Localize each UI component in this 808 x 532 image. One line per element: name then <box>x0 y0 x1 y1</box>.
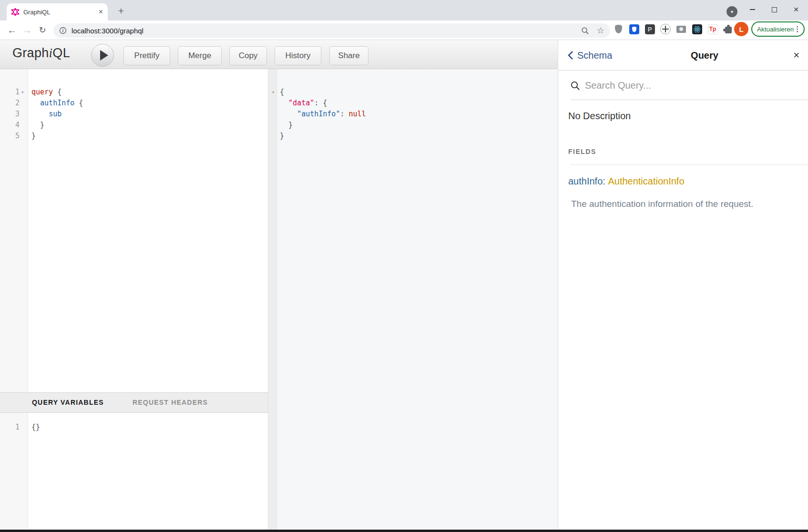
puzzle-icon <box>725 27 732 33</box>
tab-title: GraphiQL <box>23 9 99 16</box>
taskbar-edge <box>0 530 808 532</box>
url-text[interactable]: localhost:3000/graphql <box>72 27 581 35</box>
graphiql-logo: GraphiQL <box>12 46 70 61</box>
code-line[interactable]: 2 authInfo { <box>0 98 268 109</box>
variables-section-bar: QUERY VARIABLES REQUEST HEADERS <box>0 392 268 413</box>
prettify-button[interactable]: Prettify <box>123 46 170 65</box>
docs-explorer-panel: Schema Query × No Description FIELDS aut… <box>558 40 808 530</box>
search-divider <box>571 100 808 100</box>
forward-button[interactable]: → <box>20 23 34 37</box>
field-colon: : <box>603 176 608 187</box>
address-bar[interactable]: localhost:3000/graphql ☆ <box>53 23 610 38</box>
search-icon <box>571 81 580 91</box>
chevron-left-icon <box>568 51 573 60</box>
fold-arrow-icon[interactable]: ▾ <box>270 87 276 98</box>
tp-extension-icon[interactable]: Tp <box>707 23 718 35</box>
line-number: 2 <box>0 98 28 109</box>
menu-kebab-icon[interactable]: ⋮ <box>794 25 801 33</box>
docs-field-description: The authentication information of the re… <box>571 197 753 211</box>
site-info-icon[interactable] <box>59 27 67 34</box>
crosshair-icon <box>660 24 671 34</box>
fold-spacer <box>21 120 28 131</box>
code-line[interactable]: 1{} <box>0 422 268 433</box>
docs-title: Query <box>601 40 808 71</box>
query-editor[interactable]: 1▾query {2 authInfo {3 sub4 }5} <box>0 69 268 392</box>
docs-fields-label: FIELDS <box>568 146 596 157</box>
update-button-label: Aktualisieren <box>757 26 794 33</box>
code-line[interactable]: 4 } <box>0 120 268 131</box>
result-viewer: { "data": { "authInfo": null }} <box>277 69 558 530</box>
code-line: "authInfo": null <box>277 109 558 120</box>
fold-spacer <box>21 109 28 120</box>
docs-close-button[interactable]: × <box>793 40 799 71</box>
line-number: 1 <box>0 422 28 433</box>
tp-letters-icon: Tp <box>708 24 718 34</box>
bitwarden-extension-icon[interactable] <box>629 23 639 35</box>
maximize-icon <box>772 7 777 12</box>
merge-button[interactable]: Merge <box>178 46 222 65</box>
fields-divider <box>571 164 808 165</box>
screenshot-camera-extension-icon[interactable] <box>676 23 686 35</box>
fold-arrow-icon[interactable]: ▾ <box>21 87 28 98</box>
code-line: } <box>277 120 558 131</box>
code-line: } <box>277 131 558 142</box>
line-number: 3 <box>0 109 28 120</box>
window-close-button[interactable]: × <box>786 0 807 19</box>
tab-request-headers[interactable]: REQUEST HEADERS <box>133 393 208 412</box>
atom-icon <box>692 24 702 34</box>
react-devtools-extension-icon[interactable] <box>692 23 702 35</box>
new-tab-button[interactable]: + <box>114 4 128 18</box>
tab-query-variables[interactable]: QUERY VARIABLES <box>32 393 104 412</box>
copy-button[interactable]: Copy <box>229 46 267 65</box>
docs-search-input[interactable] <box>584 71 796 101</box>
bookmark-star-icon[interactable]: ☆ <box>597 25 604 36</box>
code-line: "data": { <box>277 98 558 109</box>
browser-tab-strip: GraphiQL × + ▾ × <box>0 0 808 20</box>
close-icon: × <box>793 4 798 15</box>
camera-icon <box>676 26 686 33</box>
zoom-icon[interactable] <box>581 27 589 35</box>
pane-resize-handle[interactable] <box>268 69 277 530</box>
window-minimize-button[interactable] <box>742 0 763 19</box>
field-name-link[interactable]: authInfo <box>568 176 603 187</box>
fold-spacer <box>21 422 28 433</box>
tab-search-button[interactable]: ▾ <box>726 6 737 17</box>
field-type-link[interactable]: AuthenticationInfo <box>608 176 684 187</box>
reload-button[interactable]: ↻ <box>35 23 50 37</box>
line-number: 1▾ <box>0 87 28 98</box>
line-number: 5 <box>0 131 28 142</box>
p-letter-icon: P <box>645 24 655 34</box>
close-icon: × <box>793 49 799 61</box>
docs-field-row: authInfo: AuthenticationInfo <box>568 174 685 188</box>
fold-spacer <box>21 98 28 109</box>
history-button[interactable]: History <box>275 46 321 65</box>
docs-no-description: No Description <box>568 109 631 123</box>
extensions-puzzle-icon[interactable] <box>723 23 734 35</box>
code-line[interactable]: 3 sub <box>0 109 268 120</box>
code-line[interactable]: 1▾query { <box>0 87 268 98</box>
extensions-row: P Tp <box>613 22 734 36</box>
browser-update-button[interactable]: Aktualisieren ⋮ <box>751 21 805 37</box>
execute-query-button[interactable] <box>91 44 114 67</box>
tab-close-icon[interactable]: × <box>99 8 103 16</box>
adblock-shield-extension-icon[interactable] <box>613 23 624 35</box>
window-maximize-button[interactable] <box>764 0 785 19</box>
back-button[interactable]: ← <box>5 23 19 37</box>
shield-icon <box>615 25 622 33</box>
share-button[interactable]: Share <box>329 46 368 65</box>
p-extension-icon[interactable]: P <box>644 23 655 35</box>
browser-tab-active[interactable]: GraphiQL × <box>7 3 108 20</box>
chevron-down-icon: ▾ <box>731 9 733 14</box>
code-line: { <box>277 87 558 98</box>
crosshair-extension-icon[interactable] <box>660 23 671 35</box>
code-line[interactable]: 5} <box>0 131 268 142</box>
profile-avatar[interactable]: L <box>734 22 748 36</box>
variables-editor[interactable]: 1{} <box>0 413 268 530</box>
minimize-icon <box>750 9 755 10</box>
graphql-favicon-icon <box>11 8 19 16</box>
line-number: 4 <box>0 120 28 131</box>
fold-spacer <box>21 131 28 142</box>
shield-icon <box>629 24 639 34</box>
play-icon <box>100 50 108 61</box>
